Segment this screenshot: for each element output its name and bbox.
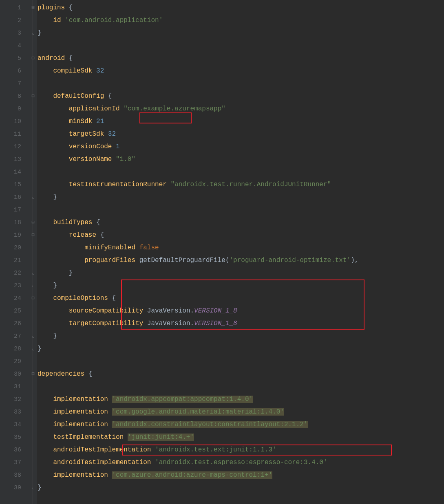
code-line[interactable]: implementation 'com.azure.android:azure-… (37, 469, 444, 482)
line-number: 25 (0, 305, 29, 317)
line-number: 22 (0, 267, 29, 280)
fold-close-icon[interactable]: ⌞ (29, 27, 37, 40)
line-number: 18 (0, 216, 29, 229)
fold-close-icon[interactable]: ⌞ (29, 191, 37, 204)
line-number: 28 (0, 343, 29, 355)
code-line[interactable]: proguardFiles getDefaultProguardFile('pr… (37, 254, 444, 267)
fold-close-icon[interactable]: ⌞ (29, 330, 37, 343)
fold-close-icon[interactable]: ⌞ (29, 267, 37, 280)
line-number: 34 (0, 418, 29, 431)
fold-open-icon[interactable]: ⊟ (29, 368, 37, 381)
fold-open-icon[interactable]: ⊟ (29, 292, 37, 305)
code-line[interactable]: defaultConfig { (37, 90, 444, 103)
code-line[interactable]: } (37, 27, 444, 40)
code-line[interactable]: testImplementation 'junit:junit:4.+' (37, 431, 444, 444)
line-number: 27 (0, 330, 29, 343)
code-line[interactable]: implementation 'androidx.constraintlayou… (37, 418, 444, 431)
code-line[interactable]: } (37, 482, 444, 494)
code-line[interactable]: } (37, 343, 444, 355)
line-number: 1 (0, 2, 29, 14)
code-line[interactable]: versionName "1.0" (37, 153, 444, 166)
line-number: 38 (0, 469, 29, 482)
fold-open-icon[interactable]: ⊟ (29, 90, 37, 103)
code-line[interactable] (37, 77, 444, 90)
line-number: 19 (0, 229, 29, 242)
line-number: 36 (0, 444, 29, 456)
line-number: 35 (0, 431, 29, 444)
line-number: 13 (0, 153, 29, 166)
code-line[interactable] (37, 381, 444, 393)
fold-open-icon[interactable]: ⊟ (29, 52, 37, 65)
fold-column: ⊟ ⌞ ⊟ ⊟ ⌞ ⊟ ⊟ ⌞ ⌞ ⊟ ⌞ ⌞ ⊟ ⌞ (29, 0, 37, 504)
fold-close-icon[interactable]: ⌞ (29, 280, 37, 292)
fold-open-icon[interactable]: ⊟ (29, 2, 37, 14)
line-number: 2 (0, 14, 29, 27)
line-number: 33 (0, 406, 29, 418)
code-line[interactable] (37, 204, 444, 216)
line-number: 12 (0, 141, 29, 153)
line-number: 5 (0, 52, 29, 65)
code-line[interactable]: targetSdk 32 (37, 128, 444, 141)
line-number: 37 (0, 456, 29, 469)
code-line[interactable]: release { (37, 229, 444, 242)
line-number: 20 (0, 242, 29, 254)
code-line[interactable]: implementation 'com.google.android.mater… (37, 406, 444, 418)
code-line[interactable]: } (37, 280, 444, 292)
code-line[interactable]: plugins { (37, 2, 444, 14)
code-line[interactable]: applicationId "com.example.azuremapsapp" (37, 103, 444, 115)
line-number: 29 (0, 355, 29, 368)
line-number: 3 (0, 27, 29, 40)
code-line[interactable]: versionCode 1 (37, 141, 444, 153)
fold-open-icon[interactable]: ⊟ (29, 229, 37, 242)
line-number: 7 (0, 77, 29, 90)
code-line[interactable]: buildTypes { (37, 216, 444, 229)
code-line[interactable]: minifyEnabled false (37, 242, 444, 254)
line-number: 39 (0, 482, 29, 494)
line-number: 23 (0, 280, 29, 292)
line-number: 21 (0, 254, 29, 267)
line-number: 6 (0, 65, 29, 77)
code-line[interactable]: testInstrumentationRunner "androidx.test… (37, 178, 444, 191)
line-number: 9 (0, 103, 29, 115)
code-editor[interactable]: plugins { id 'com.android.application' }… (37, 0, 444, 504)
fold-close-icon[interactable]: ⌞ (29, 482, 37, 494)
line-number: 16 (0, 191, 29, 204)
code-line[interactable]: androidTestImplementation 'androidx.test… (37, 444, 444, 456)
line-number: 15 (0, 178, 29, 191)
code-line[interactable]: compileOptions { (37, 292, 444, 305)
fold-open-icon[interactable]: ⊟ (29, 216, 37, 229)
line-number: 4 (0, 40, 29, 52)
line-number: 10 (0, 115, 29, 128)
code-line[interactable]: dependencies { (37, 368, 444, 381)
code-line[interactable]: implementation 'androidx.appcompat:appco… (37, 393, 444, 406)
code-line[interactable]: sourceCompatibility JavaVersion.VERSION_… (37, 305, 444, 317)
code-line[interactable]: minSdk 21 (37, 115, 444, 128)
line-number: 14 (0, 166, 29, 178)
line-number: 32 (0, 393, 29, 406)
line-number: 30 (0, 368, 29, 381)
line-number: 24 (0, 292, 29, 305)
line-number: 31 (0, 381, 29, 393)
code-line[interactable]: androidTestImplementation 'androidx.test… (37, 456, 444, 469)
line-number: 17 (0, 204, 29, 216)
code-line[interactable]: } (37, 267, 444, 280)
code-line[interactable]: id 'com.android.application' (37, 14, 444, 27)
line-number: 26 (0, 317, 29, 330)
line-number: 11 (0, 128, 29, 141)
code-line[interactable]: } (37, 330, 444, 343)
code-line[interactable] (37, 355, 444, 368)
code-line[interactable]: compileSdk 32 (37, 65, 444, 77)
code-line[interactable]: } (37, 191, 444, 204)
code-line[interactable]: android { (37, 52, 444, 65)
code-line[interactable] (37, 166, 444, 178)
line-number: 8 (0, 90, 29, 103)
fold-close-icon[interactable]: ⌞ (29, 343, 37, 355)
code-line[interactable] (37, 40, 444, 52)
code-line[interactable]: targetCompatibility JavaVersion.VERSION_… (37, 317, 444, 330)
line-number-gutter: 1 2 3 4 5 6 7 8 9 10 11 12 13 14 15 16 1… (0, 0, 29, 504)
